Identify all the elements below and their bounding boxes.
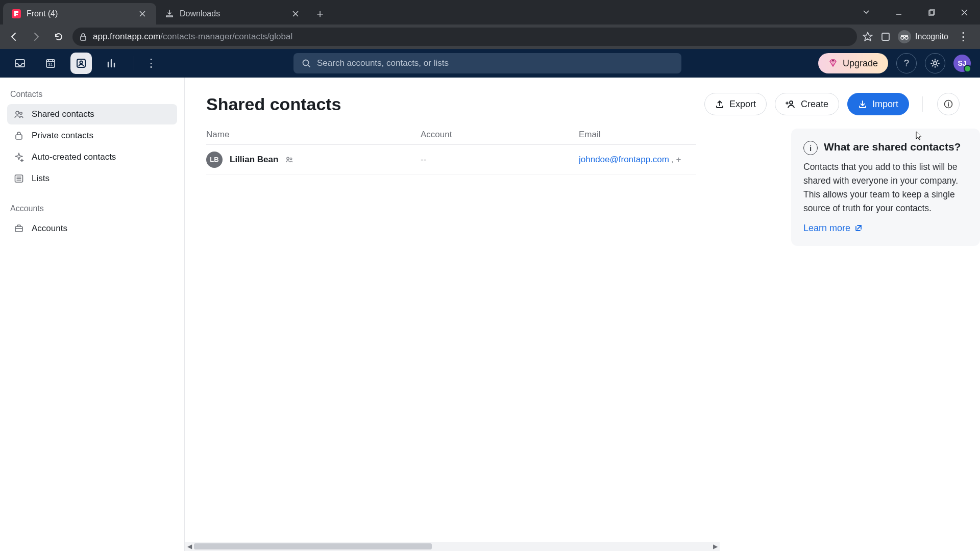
sidebar-item-lists[interactable]: Lists: [7, 168, 177, 189]
new-tab-button[interactable]: ＋: [312, 6, 328, 21]
sidebar-item-label: Accounts: [32, 223, 67, 234]
incognito-indicator[interactable]: Incognito: [898, 30, 948, 43]
scrollbar-thumb[interactable]: [194, 543, 432, 549]
search-input[interactable]: Search accounts, contacts, or lists: [293, 53, 681, 73]
tab-strip: Front (4) Downloads ＋: [0, 0, 854, 24]
sidebar-section-contacts: Contacts: [5, 84, 179, 103]
nav-more-button[interactable]: ⋮: [145, 53, 157, 74]
svg-rect-4: [882, 33, 889, 40]
table-header-row: Name Account Email: [206, 124, 696, 145]
contacts-table: Name Account Email LB Lillian Bean -- jo…: [206, 124, 696, 174]
cell-account: --: [421, 155, 579, 165]
svg-point-5: [901, 36, 904, 39]
sparkle-icon: [13, 152, 24, 163]
sidebar-item-shared-contacts[interactable]: Shared contacts: [7, 104, 177, 124]
lock-icon: [13, 130, 24, 141]
info-toggle-button[interactable]: [937, 93, 960, 115]
col-name[interactable]: Name: [206, 130, 421, 140]
svg-point-22: [287, 157, 289, 159]
export-button[interactable]: Export: [704, 93, 767, 115]
svg-point-23: [290, 158, 292, 160]
app-body: Contacts Shared contacts Private contact…: [0, 78, 980, 551]
tab-downloads[interactable]: Downloads: [156, 3, 309, 24]
shared-icon: [285, 156, 295, 163]
learn-more-link[interactable]: Learn more: [803, 223, 968, 234]
briefcase-icon: [13, 223, 24, 234]
help-button[interactable]: ?: [896, 53, 917, 73]
reload-button[interactable]: [50, 28, 67, 45]
info-card: i What are shared contacts? Contacts tha…: [791, 129, 980, 246]
create-label: Create: [801, 99, 828, 110]
import-button[interactable]: Import: [847, 93, 909, 115]
search-wrap: Search accounts, contacts, or lists: [166, 53, 809, 73]
upgrade-button[interactable]: Upgrade: [818, 53, 888, 73]
svg-point-21: [948, 102, 949, 103]
search-icon: [302, 59, 311, 68]
nav-contacts[interactable]: [70, 53, 92, 74]
nav-inbox[interactable]: [9, 53, 31, 74]
col-email[interactable]: Email: [579, 130, 696, 140]
scrollbar-track[interactable]: [194, 543, 710, 550]
svg-point-12: [303, 60, 308, 66]
search-placeholder: Search accounts, contacts, or lists: [317, 58, 449, 68]
sidebar-item-private-contacts[interactable]: Private contacts: [7, 126, 177, 146]
lock-icon: [80, 33, 87, 41]
svg-point-11: [80, 61, 83, 64]
settings-button[interactable]: [925, 53, 945, 73]
add-person-icon: [786, 99, 796, 109]
sidebar-item-label: Shared contacts: [32, 109, 94, 119]
browser-titlebar: Front (4) Downloads ＋: [0, 0, 980, 24]
profile-avatar[interactable]: SJ: [953, 55, 971, 72]
tab-front[interactable]: Front (4): [3, 3, 156, 24]
header-right: Upgrade ? SJ: [818, 53, 971, 73]
sidebar-item-accounts[interactable]: Accounts: [7, 218, 177, 239]
scroll-left-button[interactable]: ◀: [185, 542, 194, 551]
sidebar-item-label: Auto-created contacts: [32, 152, 116, 162]
app-header: 31 ⋮ Search accounts, contacts, or lists…: [0, 49, 980, 78]
incognito-label: Incognito: [915, 32, 948, 41]
nav-separator: [134, 56, 134, 70]
forward-button[interactable]: [28, 28, 45, 45]
address-bar[interactable]: app.frontapp.com/contacts-manager/contac…: [72, 28, 857, 46]
tab-search-button[interactable]: [854, 2, 878, 22]
window-maximize-button[interactable]: [920, 2, 943, 22]
cell-name: LB Lillian Bean: [206, 152, 421, 168]
main-actions: Export Create Import: [704, 93, 960, 115]
sidebar-item-auto-created-contacts[interactable]: Auto-created contacts: [7, 147, 177, 167]
back-button[interactable]: [5, 28, 22, 45]
svg-point-14: [16, 111, 19, 114]
incognito-icon: [898, 30, 911, 43]
app-nav: 31 ⋮: [9, 53, 157, 74]
svg-rect-16: [16, 135, 22, 139]
col-account[interactable]: Account: [421, 130, 579, 140]
nav-analytics[interactable]: [101, 53, 122, 74]
tab-close-button[interactable]: [137, 8, 148, 19]
import-label: Import: [872, 99, 898, 110]
window-close-button[interactable]: [952, 2, 976, 22]
window-minimize-button[interactable]: [887, 2, 911, 22]
list-icon: [13, 173, 24, 184]
table-row[interactable]: LB Lillian Bean -- johndoe@frontapp.com,…: [206, 145, 696, 174]
extensions-button[interactable]: [880, 32, 891, 42]
sidebar-item-label: Lists: [32, 173, 50, 184]
horizontal-scrollbar[interactable]: ◀ ▶: [185, 542, 720, 551]
svg-point-13: [934, 62, 937, 65]
tab-title: Downloads: [180, 9, 285, 18]
browser-menu-button[interactable]: ⋮: [955, 30, 971, 43]
nav-calendar[interactable]: 31: [40, 53, 61, 74]
info-icon: i: [803, 141, 818, 155]
export-label: Export: [729, 99, 756, 110]
info-card-body: Contacts that you add to this list will …: [803, 160, 968, 216]
contact-name: Lillian Bean: [230, 155, 278, 165]
scroll-right-button[interactable]: ▶: [710, 542, 720, 551]
tab-title: Front (4): [27, 9, 132, 18]
bookmark-button[interactable]: [862, 31, 873, 42]
svg-text:31: 31: [48, 62, 53, 67]
actions-separator: [922, 96, 923, 112]
email-value[interactable]: johndoe@frontapp.com: [579, 155, 669, 164]
main-content: Shared contacts Export Create Import: [185, 78, 980, 551]
import-icon: [858, 99, 867, 109]
tab-close-button[interactable]: [290, 8, 301, 19]
create-button[interactable]: Create: [775, 93, 839, 115]
cell-email: johndoe@frontapp.com, +: [579, 155, 696, 165]
